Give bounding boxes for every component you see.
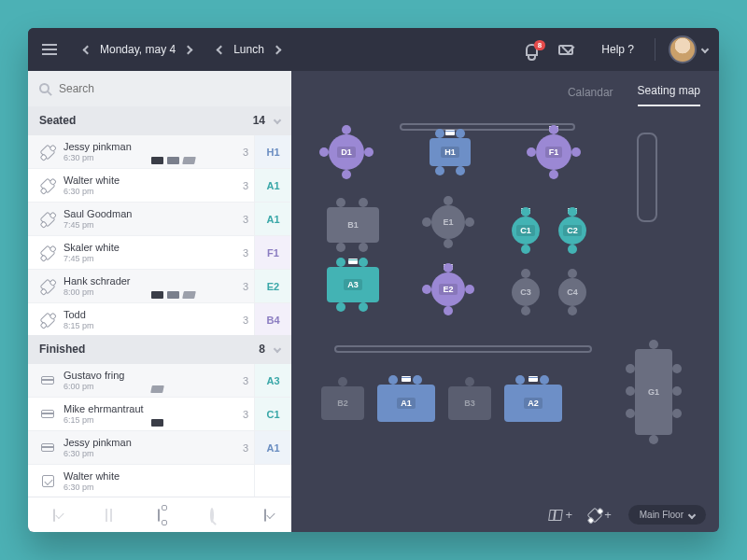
meal-next-icon[interactable]	[272, 45, 281, 54]
row-status-icon	[37, 443, 58, 452]
floor-selector[interactable]: Main Floor	[628, 505, 706, 525]
table-C1[interactable]: C1	[512, 217, 540, 245]
reservation-row[interactable]: Saul Goodman7:45 pm3A1	[28, 203, 291, 236]
messages-button[interactable]	[558, 45, 573, 55]
assigned-table[interactable]: C1	[254, 398, 291, 430]
guest-name: Hank schrader	[63, 275, 237, 287]
date-prev-icon[interactable]	[83, 45, 92, 54]
assigned-table[interactable]: H1	[254, 135, 291, 168]
user-menu-chevron-icon[interactable]	[701, 46, 709, 53]
tab-calendar[interactable]: Calandar	[568, 86, 613, 106]
table-G1[interactable]: G1	[635, 349, 672, 435]
reservation-time: 6:30 pm	[63, 187, 237, 197]
footer-alarm-icon[interactable]	[210, 510, 214, 521]
table-A2[interactable]: A2	[504, 385, 562, 422]
guest-name: Todd	[63, 309, 237, 321]
reservation-row[interactable]: Gustavo fring6:00 pm3A3	[28, 364, 291, 398]
table-C2[interactable]: C2	[558, 217, 586, 245]
assigned-table[interactable]: A1	[254, 169, 291, 202]
guest-name: Skaler white	[63, 242, 237, 254]
add-table-button[interactable]: +	[589, 508, 612, 522]
reservation-time: 8:00 pm	[63, 287, 237, 298]
table-C4[interactable]: C4	[558, 278, 586, 306]
table-C3[interactable]: C3	[512, 278, 540, 306]
footer-confirm-icon[interactable]	[264, 510, 266, 521]
date-next-icon[interactable]	[184, 45, 193, 54]
reservation-time: 6:30 pm	[63, 483, 237, 493]
party-size: 3	[237, 442, 254, 454]
reservation-time: 8:15 pm	[63, 321, 237, 331]
table-E2[interactable]: E2	[431, 273, 465, 306]
party-size: 3	[237, 147, 254, 158]
seat	[336, 258, 345, 267]
section-seated-count: 14	[253, 114, 265, 127]
table-A1[interactable]: A1	[377, 385, 435, 422]
reservation-row[interactable]: Hank schrader8:00 pm3E2	[28, 270, 291, 303]
tab-seating-map[interactable]: Seating map	[638, 84, 700, 106]
assigned-table[interactable]: A3	[254, 364, 291, 397]
reservation-row[interactable]: Walter white6:30 pm3A1	[28, 169, 291, 203]
seat	[521, 269, 530, 278]
reservation-row[interactable]: Todd8:15 pm3B4	[28, 303, 291, 334]
assigned-table[interactable]: F1	[254, 236, 291, 269]
seat	[435, 129, 444, 138]
table-icon	[587, 507, 603, 523]
view-tabs: Calandar Seating map	[291, 71, 719, 106]
reservation-row[interactable]: Jessy pinkman6:30 pm3H1	[28, 135, 291, 169]
reservation-row[interactable]: Walter white6:30 pm	[28, 465, 291, 497]
plus-icon: +	[566, 508, 573, 522]
seat	[444, 196, 453, 205]
table-B2[interactable]: B2	[321, 386, 364, 420]
section-finished-header[interactable]: Finished 8	[28, 335, 291, 365]
menu-button[interactable]	[28, 28, 71, 71]
notifications-badge: 8	[534, 40, 545, 50]
meal-prev-icon[interactable]	[217, 45, 226, 54]
assigned-table[interactable]: E2	[254, 270, 291, 302]
table-E1[interactable]: E1	[431, 205, 465, 239]
seat	[649, 340, 658, 349]
reservation-row[interactable]: Skaler white7:45 pm3F1	[28, 236, 291, 270]
seat	[456, 166, 465, 175]
row-badges	[151, 157, 195, 164]
assigned-table[interactable]: A1	[254, 203, 291, 235]
badge-note	[150, 385, 164, 393]
assigned-table[interactable]: B4	[254, 303, 291, 334]
seat	[342, 125, 351, 134]
footer-clipboard-icon[interactable]	[53, 510, 55, 521]
search-input[interactable]	[59, 82, 280, 95]
footer-map-icon[interactable]	[106, 510, 107, 521]
table-H1[interactable]: H1	[430, 138, 471, 166]
meal-label[interactable]: Lunch	[233, 43, 264, 56]
reservation-row[interactable]: Mike ehrmantraut6:15 pm3C1	[28, 398, 291, 431]
notifications-button[interactable]: 8	[516, 44, 547, 56]
seat	[336, 302, 345, 312]
table-D1[interactable]: D1	[329, 134, 364, 170]
row-status-icon	[37, 214, 58, 225]
section-seated-header[interactable]: Seated 14	[28, 106, 291, 136]
row-info: Walter white6:30 pm	[58, 470, 237, 493]
help-link[interactable]: Help ?	[585, 43, 651, 56]
footer-table-icon[interactable]	[158, 510, 160, 521]
reservation-row[interactable]: Jessy pinkman6:30 pm3A1	[28, 431, 291, 465]
table-B3[interactable]: B3	[448, 386, 491, 420]
plus-icon: +	[604, 508, 612, 522]
table-A3[interactable]: A3	[327, 267, 379, 302]
assigned-table[interactable]	[254, 465, 291, 497]
seat	[521, 306, 530, 315]
table-B1[interactable]: B1	[327, 207, 379, 243]
assigned-table[interactable]: A1	[254, 431, 291, 464]
guest-name: Mike ehrmantraut	[63, 403, 237, 415]
row-status-icon	[37, 410, 58, 418]
date-label[interactable]: Monday, may 4	[100, 43, 176, 56]
avatar[interactable]	[669, 35, 697, 63]
reservation-time: 6:30 pm	[63, 449, 237, 459]
chevron-down-icon	[274, 117, 281, 124]
finished-list: Gustavo fring6:00 pm3A3Mike ehrmantraut6…	[28, 364, 291, 497]
add-map-button[interactable]: +	[549, 508, 573, 522]
table-F1[interactable]: F1	[536, 134, 571, 170]
seating-canvas[interactable]: D1 H1 F1 B1	[291, 106, 719, 532]
seat	[465, 217, 474, 227]
section-seated-title: Seated	[39, 114, 76, 127]
party-size: 3	[237, 180, 254, 191]
party-size: 3	[237, 375, 254, 386]
